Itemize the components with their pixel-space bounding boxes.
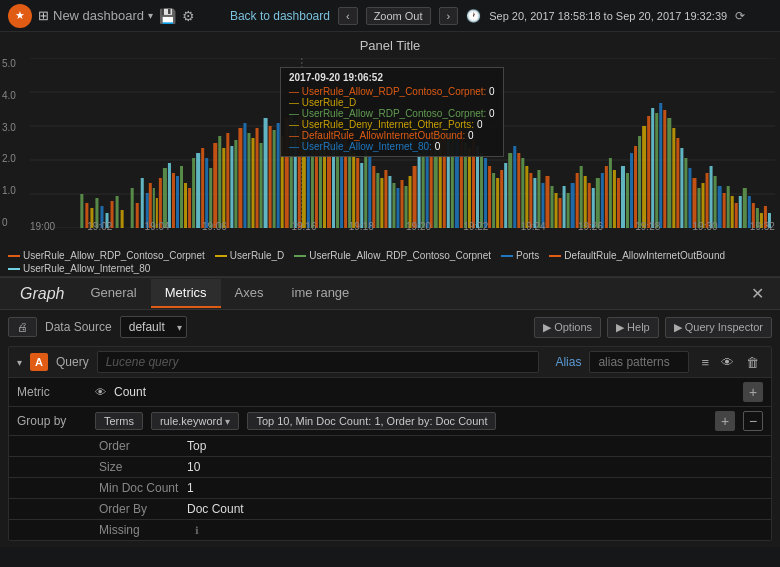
svg-rect-105 — [500, 170, 503, 228]
query-inspector-btn[interactable]: ▶ Query Inspector — [665, 317, 772, 338]
sub-value-orderby: Doc Count — [187, 502, 244, 516]
zoom-left-btn[interactable]: ‹ — [338, 7, 358, 25]
metric-row: Metric 👁 Count + — [9, 378, 771, 407]
editor-toolbar: 🖨 Data Source default ▶ Options ▶ Help ▶ — [8, 316, 772, 338]
svg-rect-87 — [426, 136, 429, 228]
sub-value-size: 10 — [187, 460, 200, 474]
clock-icon: 🕐 — [466, 9, 481, 23]
svg-rect-147 — [676, 138, 679, 228]
svg-rect-55 — [298, 116, 301, 228]
sub-value-order: Top — [187, 439, 206, 453]
dashboard-name: New dashboard — [53, 8, 144, 23]
query-input[interactable] — [97, 351, 540, 373]
svg-rect-88 — [430, 143, 433, 228]
legend-area: UserRule_Allow_RDP_Contoso_Corpnet UserR… — [8, 250, 772, 274]
app-icon[interactable]: ★ — [8, 4, 32, 28]
svg-rect-114 — [537, 170, 540, 228]
query-letter: A — [30, 353, 48, 371]
field-badge[interactable]: rule.keyword ▾ — [151, 412, 239, 430]
collapse-btn[interactable]: ▾ — [17, 357, 22, 368]
top10-badge[interactable]: Top 10, Min Doc Count: 1, Order by: Doc … — [247, 412, 496, 430]
chart-plot[interactable] — [30, 58, 775, 228]
help-btn[interactable]: ▶ Help — [607, 317, 659, 338]
settings-icon[interactable]: ⚙ — [182, 8, 195, 24]
tab-metrics[interactable]: Metrics — [151, 279, 221, 308]
svg-rect-60 — [315, 116, 318, 228]
svg-rect-95 — [460, 133, 463, 228]
svg-rect-50 — [277, 123, 280, 228]
query-list-btn[interactable]: ≡ — [697, 353, 713, 372]
svg-rect-44 — [251, 138, 254, 228]
zoom-out-btn[interactable]: Zoom Out — [366, 7, 431, 25]
save-icon[interactable]: 💾 — [159, 8, 176, 24]
tab-time-range[interactable]: ime range — [278, 279, 364, 308]
svg-rect-23 — [163, 168, 167, 228]
help-chevron: ▶ — [616, 321, 624, 334]
dashboard-title: ⊞ New dashboard ▾ — [38, 8, 153, 23]
query-actions: ≡ 👁 🗑 — [697, 353, 763, 372]
svg-rect-46 — [260, 143, 263, 228]
tab-axes[interactable]: Axes — [221, 279, 278, 308]
app-logo: ★ — [15, 9, 25, 22]
groupby-add-btn[interactable]: + — [715, 411, 735, 431]
options-btn[interactable]: ▶ Options — [534, 317, 601, 338]
svg-rect-52 — [285, 118, 289, 228]
time-range[interactable]: Sep 20, 2017 18:58:18 to Sep 20, 2017 19… — [489, 10, 727, 22]
query-eye-btn[interactable]: 👁 — [717, 353, 738, 372]
svg-rect-132 — [613, 170, 616, 228]
sub-row-orderby: Order By Doc Count — [9, 499, 771, 520]
svg-rect-40 — [234, 140, 237, 228]
zoom-right-btn[interactable]: › — [439, 7, 459, 25]
query-delete-btn[interactable]: 🗑 — [742, 353, 763, 372]
svg-rect-75 — [376, 173, 379, 228]
metric-label: Metric — [17, 385, 87, 399]
svg-rect-107 — [508, 153, 512, 228]
svg-rect-129 — [601, 173, 604, 228]
svg-rect-146 — [672, 128, 675, 228]
svg-rect-145 — [667, 118, 671, 228]
right-buttons: ▶ Options ▶ Help ▶ Query Inspector — [534, 317, 772, 338]
y-label-2: 2.0 — [2, 153, 16, 164]
metric-add-btn[interactable]: + — [743, 382, 763, 402]
legend-color-3 — [549, 255, 561, 257]
legend-color-0 — [8, 255, 20, 257]
close-btn[interactable]: ✕ — [743, 284, 772, 303]
svg-rect-67 — [344, 140, 347, 228]
svg-rect-130 — [605, 166, 608, 228]
svg-rect-36 — [218, 136, 221, 228]
legend-color-1 — [215, 255, 227, 257]
datasource-select-wrapper[interactable]: default — [120, 316, 187, 338]
alias-label[interactable]: Alias — [555, 355, 581, 369]
missing-info-icon[interactable]: ℹ — [195, 525, 199, 536]
svg-rect-33 — [205, 158, 208, 228]
svg-rect-99 — [476, 146, 479, 228]
terms-badge[interactable]: Terms — [95, 412, 143, 430]
metric-eye-icon[interactable]: 👁 — [95, 386, 106, 398]
svg-rect-48 — [269, 126, 272, 228]
y-label-1: 1.0 — [2, 185, 16, 196]
svg-rect-86 — [422, 146, 425, 228]
sub-row-mindoc: Min Doc Count 1 — [9, 478, 771, 499]
refresh-btn[interactable]: ⟳ — [735, 9, 745, 23]
metric-type: Count — [114, 385, 146, 399]
svg-rect-73 — [368, 156, 371, 228]
svg-rect-109 — [517, 153, 520, 228]
groupby-remove-btn[interactable]: − — [743, 411, 763, 431]
svg-rect-134 — [621, 166, 625, 228]
svg-rect-155 — [710, 166, 713, 228]
datasource-select[interactable]: default — [120, 316, 187, 338]
svg-rect-66 — [340, 136, 343, 228]
svg-rect-137 — [634, 146, 637, 228]
tab-general[interactable]: General — [76, 279, 150, 308]
printer-btn[interactable]: 🖨 — [8, 317, 37, 337]
legend-item-0: UserRule_Allow_RDP_Contoso_Corpnet — [8, 250, 205, 261]
groupby-label: Group by — [17, 414, 87, 428]
back-to-dashboard-link[interactable]: Back to dashboard — [230, 9, 330, 23]
svg-rect-144 — [663, 110, 666, 228]
svg-rect-47 — [264, 118, 268, 228]
alias-input[interactable] — [589, 351, 689, 373]
legend-label-1: UserRule_D — [230, 250, 284, 261]
legend-label-0: UserRule_Allow_RDP_Contoso_Corpnet — [23, 250, 205, 261]
svg-rect-84 — [413, 166, 417, 228]
dropdown-arrow[interactable]: ▾ — [148, 10, 153, 21]
